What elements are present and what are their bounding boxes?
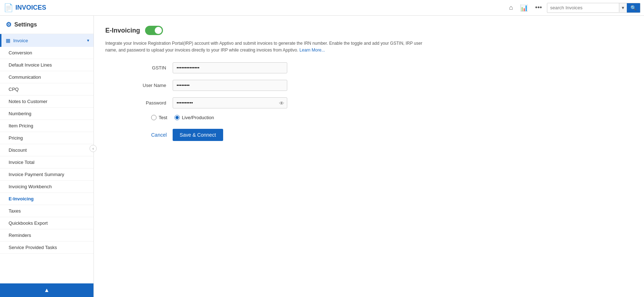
chevron-down-icon: ▾	[87, 38, 89, 43]
page-title: E-Invoicing	[105, 27, 140, 34]
save-connect-button[interactable]: Save & Connect	[173, 129, 223, 141]
chart-button[interactable]: 📊	[518, 3, 530, 13]
sidebar-item-numbering[interactable]: Numbering	[0, 108, 93, 120]
sidebar-item-service-provided-tasks[interactable]: Service Provided Tasks	[0, 242, 93, 254]
sidebar-item-item-pricing[interactable]: Item Pricing	[0, 120, 93, 132]
gstin-input[interactable]	[173, 62, 287, 73]
description-text: Integrate your Invoice Registration Port…	[105, 40, 428, 54]
learn-more-link[interactable]: Learn More...	[299, 48, 325, 53]
more-icon: •••	[535, 4, 542, 11]
e-invoicing-toggle[interactable]	[145, 26, 163, 35]
sidebar-item-cpq[interactable]: CPQ	[0, 83, 93, 96]
sidebar-item-reminders[interactable]: Reminders	[0, 229, 93, 242]
sidebar-item-notes-to-customer[interactable]: Notes to Customer	[0, 96, 93, 108]
test-radio[interactable]	[151, 115, 157, 120]
invoice-section-label: Invoice	[13, 38, 28, 43]
username-input[interactable]	[173, 80, 287, 91]
sidebar-section-invoice[interactable]: ▦ Invoice ▾	[0, 34, 93, 47]
toggle-slider	[145, 26, 163, 35]
header-actions: ⌂ 📊 ••• ▾ 🔍	[507, 3, 640, 13]
body-layout: ⚙ Settings ▦ Invoice ▾ Conversion Defaul…	[0, 16, 644, 297]
password-wrapper: 👁	[173, 97, 287, 108]
test-radio-text: Test	[159, 115, 167, 120]
home-icon: ⌂	[509, 4, 513, 11]
sidebar-menu: Conversion Default Invoice Lines Communi…	[0, 47, 93, 283]
username-label: User Name	[127, 83, 166, 88]
search-dropdown-button[interactable]: ▾	[619, 3, 627, 12]
sidebar-item-communication[interactable]: Communication	[0, 71, 93, 83]
cancel-button[interactable]: Cancel	[151, 132, 167, 138]
main-content: E-Invoicing Integrate your Invoice Regis…	[94, 16, 644, 297]
collapse-icon: ‹	[92, 146, 94, 151]
username-row: User Name	[127, 80, 370, 91]
sidebar-item-quickbooks-export[interactable]: Quickbooks Export	[0, 217, 93, 229]
live-radio-text: Live/Production	[182, 115, 214, 120]
sidebar: ⚙ Settings ▦ Invoice ▾ Conversion Defaul…	[0, 16, 94, 297]
sidebar-collapse-handle[interactable]: ‹	[90, 145, 97, 152]
sidebar-item-discount[interactable]: Discount	[0, 144, 93, 156]
sidebar-item-pricing[interactable]: Pricing	[0, 132, 93, 144]
gear-icon: ⚙	[6, 21, 11, 29]
search-input[interactable]	[547, 3, 619, 12]
sidebar-item-conversion[interactable]: Conversion	[0, 47, 93, 59]
form-section: GSTIN User Name Password 👁	[127, 62, 370, 108]
sidebar-item-e-invoicing[interactable]: E-Invoicing	[0, 193, 93, 205]
scroll-up-button[interactable]: ▲	[0, 283, 93, 297]
header: 📄 INVOICES ⌂ 📊 ••• ▾ 🔍	[0, 0, 644, 16]
sidebar-item-invoice-payment-summary[interactable]: Invoice Payment Summary	[0, 169, 93, 181]
password-input[interactable]	[173, 97, 287, 108]
test-radio-label[interactable]: Test	[151, 115, 167, 120]
sidebar-item-invoicing-workbench[interactable]: Invoicing Workbench	[0, 181, 93, 193]
live-radio-label[interactable]: Live/Production	[174, 115, 214, 120]
settings-label: Settings	[14, 21, 37, 28]
more-button[interactable]: •••	[533, 3, 544, 13]
environment-radio-group: Test Live/Production	[151, 115, 633, 120]
chart-icon: 📊	[520, 4, 528, 11]
sidebar-item-default-invoice-lines[interactable]: Default Invoice Lines	[0, 59, 93, 71]
logo-icon: 📄	[4, 3, 13, 13]
live-radio[interactable]	[174, 115, 180, 120]
search-icon: 🔍	[630, 5, 636, 11]
search-container: ▾ 🔍	[547, 3, 640, 13]
sidebar-header: ⚙ Settings	[0, 16, 93, 34]
invoice-section-icon: ▦	[6, 38, 10, 43]
home-button[interactable]: ⌂	[507, 3, 515, 13]
password-row: Password 👁	[127, 97, 370, 108]
scroll-up-icon: ▲	[44, 287, 50, 293]
eye-icon[interactable]: 👁	[279, 100, 284, 106]
e-invoicing-header: E-Invoicing	[105, 26, 633, 35]
chevron-down-icon: ▾	[622, 5, 624, 10]
sidebar-item-taxes[interactable]: Taxes	[0, 205, 93, 217]
search-go-button[interactable]: 🔍	[627, 3, 640, 13]
app-logo: 📄 INVOICES	[4, 3, 46, 13]
gstin-label: GSTIN	[127, 65, 166, 70]
sidebar-item-invoice-total[interactable]: Invoice Total	[0, 156, 93, 169]
action-buttons: Cancel Save & Connect	[151, 129, 633, 141]
app-title: INVOICES	[15, 4, 46, 11]
password-label: Password	[127, 100, 166, 106]
gstin-row: GSTIN	[127, 62, 370, 73]
